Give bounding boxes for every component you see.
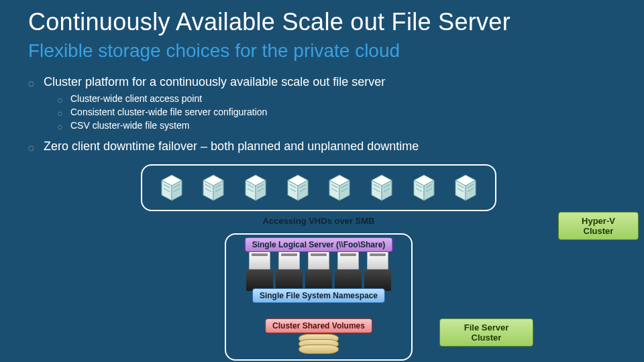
bullet-icon: ◌ xyxy=(58,109,62,119)
sub-bullet-group: ◌ Cluster-wide client access point ◌ Con… xyxy=(58,93,617,133)
fileserver-cluster-block: Single Logical Server (\\Foo\Share) Sing… xyxy=(225,233,413,361)
accessing-label: Accessing VHDs over SMB xyxy=(141,216,496,226)
bullet-level2: ◌ Cluster-wide client access point xyxy=(58,93,617,106)
bullet-text: Cluster platform for a continuously avai… xyxy=(44,75,385,89)
hyperv-cluster-row xyxy=(141,164,496,211)
bullet-level1: ◌ Cluster platform for a continuously av… xyxy=(28,75,617,90)
bullet-level2: ◌ Consistent cluster-wide file server co… xyxy=(58,107,617,119)
bullet-list: ◌ Cluster platform for a continuously av… xyxy=(28,75,617,158)
bullet-text: Consistent cluster-wide file server conf… xyxy=(70,107,267,117)
csv-pill: Cluster Shared Volumes xyxy=(265,318,372,333)
fileserver-node-icon xyxy=(246,251,274,291)
hyperv-node-icon xyxy=(281,171,315,204)
bullet-icon: ◌ xyxy=(58,95,62,106)
hyperv-node-icon xyxy=(197,171,230,204)
hyperv-node-icon xyxy=(365,171,398,204)
bullet-icon: ◌ xyxy=(58,122,62,133)
hyperv-node-icon xyxy=(449,171,482,204)
fileserver-node-icon xyxy=(334,251,362,291)
bullet-icon: ◌ xyxy=(28,77,34,90)
bullet-level1: ◌ Zero client downtime failover – both p… xyxy=(28,139,617,155)
fileserver-cluster-label: File Server Cluster xyxy=(439,318,533,347)
slide-title: Continuously Available Scale out File Se… xyxy=(28,8,511,36)
bullet-level2: ◌ CSV cluster-wide file system xyxy=(58,120,617,133)
hyperv-node-icon xyxy=(155,171,189,204)
namespace-pill: Single File System Namespace xyxy=(252,288,385,303)
bullet-text: Zero client downtime failover – both pla… xyxy=(44,139,419,154)
fileserver-node-icon xyxy=(364,251,392,291)
bullet-icon: ◌ xyxy=(28,141,34,155)
slide-subtitle: Flexible storage choices for the private… xyxy=(28,40,400,62)
hyperv-cluster-label: Hyper-V Cluster xyxy=(558,212,639,240)
hyperv-node-icon xyxy=(239,171,272,204)
hyperv-node-icon xyxy=(323,171,356,204)
disk-stack-icon xyxy=(299,334,339,358)
hyperv-node-icon xyxy=(407,171,441,204)
fileserver-node-row xyxy=(226,251,411,291)
bullet-text: Cluster-wide client access point xyxy=(70,93,202,104)
bullet-text: CSV cluster-wide file system xyxy=(70,120,189,131)
fileserver-node-icon xyxy=(305,251,333,291)
logical-server-pill: Single Logical Server (\\Foo\Share) xyxy=(245,237,393,252)
fileserver-node-icon xyxy=(275,251,303,291)
